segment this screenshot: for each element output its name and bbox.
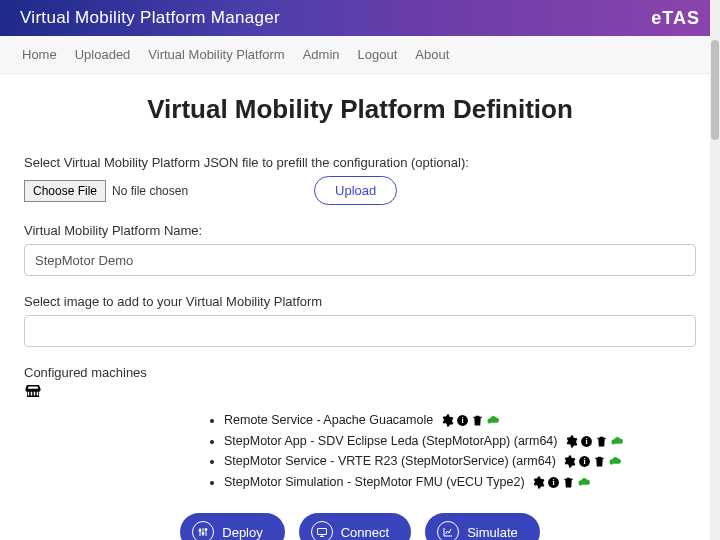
gear-icon[interactable] (441, 414, 454, 427)
list-item: StepMotor Service - VRTE R23 (StepMotorS… (224, 453, 696, 471)
chart-icon (437, 521, 459, 540)
vmp-name-label: Virtual Mobility Platform Name: (24, 223, 696, 238)
vmp-name-input[interactable] (24, 244, 696, 276)
trash-icon[interactable] (471, 414, 484, 427)
gear-icon[interactable] (565, 435, 578, 448)
svg-text:i: i (585, 437, 587, 446)
file-status: No file chosen (112, 184, 188, 198)
page-title: Virtual Mobility Platform Definition (24, 94, 696, 125)
image-select-label: Select image to add to your Virtual Mobi… (24, 294, 696, 309)
file-upload-row: Choose File No file chosen Upload (24, 176, 696, 205)
cloud-icon[interactable] (610, 435, 623, 448)
app-title: Virtual Mobility Platform Manager (20, 8, 280, 28)
svg-rect-11 (317, 529, 326, 535)
info-icon[interactable]: i (578, 455, 591, 468)
machines-header: Configured machines (24, 365, 696, 404)
nav-admin[interactable]: Admin (303, 47, 340, 62)
store-icon (24, 382, 696, 404)
gear-icon[interactable] (532, 476, 545, 489)
scrollbar-thumb[interactable] (711, 40, 719, 140)
sliders-icon (192, 521, 214, 540)
machine-name: StepMotor App - SDV Eclipse Leda (StepMo… (224, 434, 557, 448)
nav-about[interactable]: About (415, 47, 449, 62)
info-icon[interactable]: i (547, 476, 560, 489)
deploy-label: Deploy (222, 525, 262, 540)
bottom-actions: Deploy Connect Simulate (24, 513, 696, 540)
machine-name: StepMotor Simulation - StepMotor FMU (vE… (224, 475, 525, 489)
info-icon[interactable]: i (456, 414, 469, 427)
brand-logo: eTAS (651, 8, 700, 29)
list-item: Remote Service - Apache Guacamole i (224, 412, 696, 430)
svg-point-10 (205, 529, 207, 531)
cloud-icon[interactable] (486, 414, 499, 427)
json-file-label: Select Virtual Mobility Platform JSON fi… (24, 155, 696, 170)
connect-label: Connect (341, 525, 389, 540)
nav-home[interactable]: Home (22, 47, 57, 62)
nav-uploaded[interactable]: Uploaded (75, 47, 131, 62)
simulate-label: Simulate (467, 525, 518, 540)
monitor-icon (311, 521, 333, 540)
svg-point-9 (202, 533, 204, 535)
choose-file-button[interactable]: Choose File (24, 180, 106, 202)
trash-icon[interactable] (595, 435, 608, 448)
list-item: StepMotor App - SDV Eclipse Leda (StepMo… (224, 433, 696, 451)
info-icon[interactable]: i (580, 435, 593, 448)
cloud-icon[interactable] (577, 476, 590, 489)
list-item: StepMotor Simulation - StepMotor FMU (vE… (224, 474, 696, 492)
connect-button[interactable]: Connect (299, 513, 411, 540)
svg-point-8 (199, 530, 201, 532)
navbar: Home Uploaded Virtual Mobility Platform … (0, 36, 720, 74)
image-select-input[interactable] (24, 315, 696, 347)
titlebar: Virtual Mobility Platform Manager eTAS (0, 0, 720, 36)
svg-text:i: i (552, 478, 554, 487)
machine-name: StepMotor Service - VRTE R23 (StepMotorS… (224, 454, 556, 468)
main-content: Virtual Mobility Platform Definition Sel… (0, 74, 720, 540)
trash-icon[interactable] (562, 476, 575, 489)
machines-list: Remote Service - Apache Guacamole i Step… (24, 412, 696, 491)
machines-label: Configured machines (24, 365, 696, 380)
scrollbar[interactable] (710, 0, 720, 540)
deploy-button[interactable]: Deploy (180, 513, 284, 540)
nav-vmp[interactable]: Virtual Mobility Platform (148, 47, 284, 62)
nav-logout[interactable]: Logout (358, 47, 398, 62)
cloud-icon[interactable] (608, 455, 621, 468)
svg-text:i: i (584, 457, 586, 466)
upload-button[interactable]: Upload (314, 176, 397, 205)
trash-icon[interactable] (593, 455, 606, 468)
simulate-button[interactable]: Simulate (425, 513, 540, 540)
gear-icon[interactable] (563, 455, 576, 468)
svg-text:i: i (461, 416, 463, 425)
machine-name: Remote Service - Apache Guacamole (224, 413, 433, 427)
